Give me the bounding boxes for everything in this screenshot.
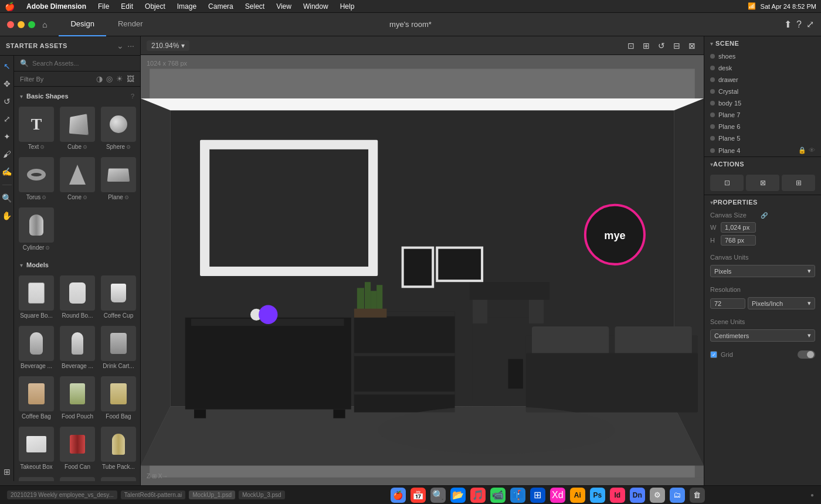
- scene-units-select[interactable]: Centimeters ▾: [710, 329, 815, 342]
- asset-food-bag[interactable]: Food Bag: [99, 373, 138, 422]
- lock-icon[interactable]: 🔒: [798, 147, 806, 154]
- asset-drink-carton[interactable]: Drink Cart...: [99, 322, 138, 372]
- torus-settings-icon[interactable]: ⚙: [42, 195, 46, 200]
- asset-cube[interactable]: Cube ⚙: [57, 103, 97, 152]
- dock-xd[interactable]: Xd: [550, 488, 565, 503]
- scene-item-plane5[interactable]: Plane 5: [704, 132, 821, 144]
- action-btn-1[interactable]: ⊡: [710, 175, 744, 191]
- scene-item-shoes[interactable]: shoes: [704, 50, 821, 62]
- layers-icon[interactable]: ⊞: [2, 466, 12, 478]
- asset-coffee-bag[interactable]: Coffee Bag: [16, 373, 56, 422]
- share-icon[interactable]: ⬆: [784, 19, 792, 30]
- scene-item-plane6[interactable]: Plane 6: [704, 121, 821, 132]
- scene-item-body15[interactable]: body 15: [704, 97, 821, 109]
- menu-view[interactable]: View: [274, 2, 294, 11]
- move-tool[interactable]: ✥: [2, 78, 12, 90]
- panel-chevron-icon[interactable]: ⌄: [117, 41, 124, 50]
- filter-light-icon[interactable]: ☀: [116, 74, 123, 83]
- help-icon[interactable]: ?: [796, 19, 802, 30]
- dock-calendar[interactable]: 📅: [410, 488, 426, 503]
- filter-model-icon[interactable]: ◎: [106, 74, 113, 83]
- menu-file[interactable]: File: [96, 2, 111, 11]
- asset-beverage-bottle[interactable]: Beverage ...: [57, 322, 97, 372]
- scene-item-desk[interactable]: desk: [704, 62, 821, 74]
- asset-text[interactable]: T Text ⚙: [16, 103, 56, 152]
- scene-item-plane7[interactable]: Plane 7: [704, 109, 821, 121]
- menu-image[interactable]: Image: [175, 2, 199, 11]
- dock-trash[interactable]: 🗑: [690, 488, 705, 503]
- dock-ai[interactable]: Ai: [570, 488, 585, 503]
- asset-torus[interactable]: Torus ⚙: [16, 154, 56, 203]
- menu-object[interactable]: Object: [143, 2, 168, 11]
- taskbar-file-1[interactable]: 20210219 Weekly employee_vs_desy...: [7, 491, 117, 499]
- asset-cone[interactable]: Cone ⚙: [57, 154, 97, 203]
- scene-item-drawer[interactable]: drawer: [704, 74, 821, 86]
- asset-more-1[interactable]: Box...: [16, 474, 56, 481]
- zoom-control[interactable]: 210.94% ▾: [147, 40, 189, 51]
- tab-render[interactable]: Render: [106, 13, 155, 36]
- zoom-tool[interactable]: 🔍: [1, 192, 13, 204]
- cube-settings-icon[interactable]: ⚙: [83, 144, 87, 150]
- taskbar-file-4[interactable]: MockUp_3.psd: [239, 491, 285, 499]
- menu-window[interactable]: Window: [301, 2, 331, 11]
- grid-toggle[interactable]: [798, 350, 815, 359]
- render-preview-icon[interactable]: ⊠: [686, 40, 698, 52]
- eyedrop-tool[interactable]: ✍: [1, 166, 13, 178]
- asset-square-box[interactable]: Square Bo...: [16, 272, 56, 321]
- asset-food-can[interactable]: Food Can: [57, 423, 97, 472]
- menu-help[interactable]: Help: [338, 2, 357, 11]
- apple-menu[interactable]: 🍎: [5, 2, 15, 11]
- resolution-value[interactable]: 72: [710, 298, 745, 309]
- asset-plane[interactable]: Plane ⚙: [99, 154, 138, 203]
- dock-trello[interactable]: ⊞: [530, 488, 545, 503]
- basic-shapes-section-header[interactable]: ▾ Basic Shapes ?: [14, 89, 140, 103]
- taskbar-file-3[interactable]: MockUp_1.psd: [189, 491, 235, 499]
- canvas-viewport[interactable]: 1024 x 768 px: [141, 55, 704, 485]
- asset-food-pouch[interactable]: Food Pouch: [57, 373, 97, 422]
- dock-photoshop[interactable]: Ps: [590, 488, 605, 503]
- dock-music[interactable]: 🎵: [470, 488, 486, 503]
- app-name[interactable]: Adobe Dimension: [24, 2, 89, 11]
- fit-canvas-icon[interactable]: ⊡: [625, 40, 637, 52]
- asset-tube-pack[interactable]: Tube Pack...: [99, 423, 138, 472]
- scene-item-crystal[interactable]: Crystal: [704, 86, 821, 97]
- close-button[interactable]: [7, 21, 14, 28]
- asset-more-3[interactable]: Flat...: [99, 474, 138, 481]
- select-tool[interactable]: ↖: [2, 60, 12, 72]
- dock-indesign[interactable]: Id: [610, 488, 625, 503]
- cone-settings-icon[interactable]: ⚙: [83, 195, 87, 200]
- magic-tool[interactable]: ✦: [2, 131, 12, 142]
- taskbar-file-2[interactable]: TalentRed6t-pattern.ai: [121, 491, 185, 499]
- dock-finder2[interactable]: 🗂: [670, 488, 685, 503]
- canvas-units-select[interactable]: Pixels ▾: [710, 265, 815, 277]
- dock-analytics[interactable]: ⚙: [650, 488, 665, 503]
- action-btn-3[interactable]: ⊞: [782, 175, 815, 191]
- action-btn-2[interactable]: ⊠: [746, 175, 779, 191]
- filter-image-icon[interactable]: 🖼: [127, 74, 134, 83]
- maximize-button[interactable]: [28, 21, 35, 28]
- search-input[interactable]: [32, 60, 134, 67]
- asset-more-2[interactable]: Pack...: [57, 474, 97, 481]
- asset-takeout-box[interactable]: Takeout Box: [16, 423, 56, 472]
- grid-checkbox[interactable]: ✓: [710, 351, 717, 358]
- asset-coffee-cup[interactable]: Coffee Cup: [99, 272, 138, 321]
- brush-tool[interactable]: 🖌: [2, 148, 12, 160]
- asset-cylinder[interactable]: Cylinder ⚙: [16, 204, 56, 253]
- height-value[interactable]: 768 px: [721, 235, 756, 246]
- scene-item-plane4[interactable]: Plane 4 🔒 👁: [704, 144, 821, 156]
- cylinder-settings-icon[interactable]: ⚙: [45, 245, 50, 251]
- view-options-icon[interactable]: ⊟: [671, 40, 683, 52]
- dock-files[interactable]: 📂: [450, 488, 466, 503]
- tab-design[interactable]: Design: [59, 13, 106, 36]
- asset-sphere[interactable]: Sphere ⚙: [99, 103, 138, 152]
- sphere-settings-icon[interactable]: ⚙: [126, 144, 131, 150]
- menu-edit[interactable]: Edit: [118, 2, 135, 11]
- home-icon[interactable]: ⌂: [42, 20, 47, 29]
- dock-finder[interactable]: 🍎: [391, 488, 406, 503]
- rotate-view-icon[interactable]: ↺: [656, 40, 667, 52]
- dock-dimension[interactable]: Dn: [630, 488, 645, 503]
- canvas-size-link-icon[interactable]: 🔗: [761, 212, 768, 219]
- menu-select[interactable]: Select: [243, 2, 267, 11]
- basic-shapes-help[interactable]: ?: [131, 93, 134, 100]
- dock-mail[interactable]: 📫: [510, 488, 525, 503]
